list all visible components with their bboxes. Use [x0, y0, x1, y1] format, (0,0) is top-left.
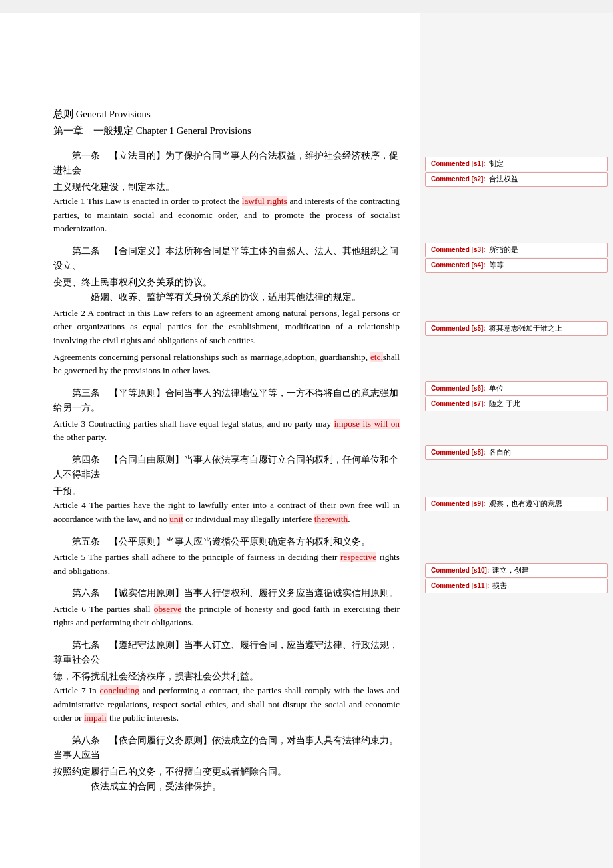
highlight-refers-to: refers to	[172, 308, 202, 318]
highlight-impose: impose its will on	[334, 419, 400, 429]
highlight-etc: etc.	[370, 352, 383, 362]
article-2-cn-1: 第二条 【合同定义】本法所称合同是平等主体的自然人、法人、其他组织之间设立、	[53, 244, 400, 274]
highlight-enacted: enacted	[132, 196, 159, 206]
article-7-en: Article 7 In concluding and performing a…	[53, 684, 400, 725]
highlight-observe: observe	[154, 604, 181, 614]
article-7-cn-2: 德，不得扰乱社会经济秩序，损害社会公共利益。	[53, 669, 400, 684]
sidebar: Commented [s1]: 制定 Commented [s2]: 合法权益 …	[420, 13, 613, 868]
article-8-cn-2: 按照约定履行自己的义务，不得擅自变更或者解除合同。	[53, 765, 400, 779]
article-4-cn-2: 干预。	[53, 484, 400, 499]
article-1-cn-2: 主义现代化建设，制定本法。	[53, 180, 400, 195]
comment-s4: Commented [s4]: 等等	[425, 258, 608, 273]
highlight-unit: unit	[169, 514, 183, 524]
comment-s1: Commented [s1]: 制定	[425, 157, 608, 171]
highlight-impair: impair	[84, 713, 107, 723]
page-container: 总则 General Provisions 第一章 一般规定 Chapter 1…	[0, 13, 613, 868]
highlight-respective: respective	[340, 552, 376, 562]
article-8-cn-1: 第八条 【依合同履行义务原则】依法成立的合同，对当事人具有法律约束力。当事人应当	[53, 733, 400, 763]
article-5-en: Article 5 The parties shall adhere to th…	[53, 551, 400, 578]
comment-s8: Commented [s8]: 各自的	[425, 445, 608, 460]
comment-s5: Commented [s5]: 将其意志强加于谁之上	[425, 321, 608, 336]
article-1-en: Article 1 This Law is enacted in order t…	[53, 195, 400, 236]
article-2-en-2: Agreements concerning personal relations…	[53, 351, 400, 378]
article-7: 第七条 【遵纪守法原则】当事人订立、履行合同，应当遵守法律、行政法规，尊重社会公…	[53, 638, 400, 725]
article-3-en: Article 3 Contracting parties shall have…	[53, 417, 400, 445]
article-4-cn-1: 第四条 【合同自由原则】当事人依法享有自愿订立合同的权利，任何单位和个人不得非法	[53, 453, 400, 483]
article-2: 第二条 【合同定义】本法所称合同是平等主体的自然人、法人、其他组织之间设立、 变…	[53, 244, 400, 378]
article-6-en: Article 6 The parties shall observe the …	[53, 603, 400, 630]
article-6: 第六条 【诚实信用原则】当事人行使权利、履行义务应当遵循诚实信用原则。 Arti…	[53, 586, 400, 630]
article-8: 第八条 【依合同履行义务原则】依法成立的合同，对当事人具有法律约束力。当事人应当…	[53, 733, 400, 795]
article-2-cn-3: 婚姻、收养、监护等有关身份关系的协议，适用其他法律的规定。	[53, 290, 400, 305]
article-4-en: Article 4 The parties have the right to …	[53, 499, 400, 526]
comment-s6: Commented [s6]: 单位	[425, 381, 608, 396]
article-5-cn: 第五条 【公平原则】当事人应当遵循公平原则确定各方的权利和义务。	[53, 535, 400, 549]
article-3-cn: 第三条 【平等原则】合同当事人的法律地位平等，一方不得将自己的意志强加给另一方。	[53, 386, 400, 416]
main-content: 总则 General Provisions 第一章 一般规定 Chapter 1…	[0, 13, 420, 868]
article-1-cn: 第一条 【立法目的】为了保护合同当事人的合法权益，维护社会经济秩序，促进社会	[53, 149, 400, 179]
comment-s11: Commented [s11]: 损害	[425, 579, 608, 593]
article-4: 第四条 【合同自由原则】当事人依法享有自愿订立合同的权利，任何单位和个人不得非法…	[53, 453, 400, 526]
article-2-en-1: Article 2 A contract in this Law refers …	[53, 307, 400, 348]
article-5: 第五条 【公平原则】当事人应当遵循公平原则确定各方的权利和义务。 Article…	[53, 535, 400, 579]
article-1: 第一条 【立法目的】为了保护合同当事人的合法权益，维护社会经济秩序，促进社会 主…	[53, 149, 400, 236]
article-2-cn-2: 变更、终止民事权利义务关系的协议。	[53, 275, 400, 290]
comment-s3: Commented [s3]: 所指的是	[425, 243, 608, 257]
highlight-concluding: concluding	[100, 685, 139, 695]
comment-s2: Commented [s2]: 合法权益	[425, 172, 608, 187]
article-6-cn: 第六条 【诚实信用原则】当事人行使权利、履行义务应当遵循诚实信用原则。	[53, 586, 400, 601]
highlight-therewith: therewith	[314, 514, 348, 524]
comment-s7: Commented [s7]: 随之 于此	[425, 397, 608, 411]
article-3: 第三条 【平等原则】合同当事人的法律地位平等，一方不得将自己的意志强加给另一方。…	[53, 386, 400, 445]
article-7-cn-1: 第七条 【遵纪守法原则】当事人订立、履行合同，应当遵守法律、行政法规，尊重社会公	[53, 638, 400, 668]
comment-s9: Commented [s9]: 观察，也有遵守的意思	[425, 497, 608, 511]
highlight-lawful-rights: lawful rights	[242, 196, 287, 206]
document-title: 总则 General Provisions	[53, 107, 400, 122]
article-8-cn-3: 依法成立的合同，受法律保护。	[53, 779, 400, 794]
comment-s10: Commented [s10]: 建立，创建	[425, 563, 608, 578]
chapter-title: 第一章 一般规定 Chapter 1 General Provisions	[53, 123, 400, 139]
